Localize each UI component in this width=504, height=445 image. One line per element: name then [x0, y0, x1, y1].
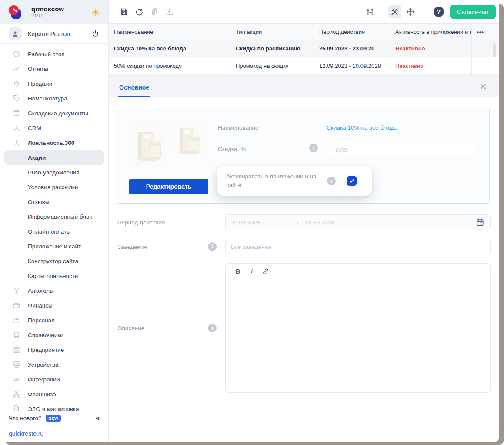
sidebar-subitem-label: Информационный блок — [28, 214, 92, 220]
user-avatar-icon — [9, 27, 22, 40]
column-settings-ellipsis-icon[interactable]: ••• — [477, 29, 484, 35]
tools-button[interactable] — [388, 5, 401, 18]
sidebar-item-finance[interactable]: Финансы — [0, 298, 108, 313]
sidebar-item-label: Складские документы — [28, 110, 88, 117]
brand-name: qrmoscow — [31, 5, 91, 13]
info-icon[interactable]: i — [208, 242, 217, 251]
sidebar-item-enterprise[interactable]: Предприятие — [0, 342, 108, 357]
sidebar-subitem-label: Приложение и сайт — [28, 243, 81, 250]
column-header-name[interactable]: Наименование — [109, 24, 230, 40]
main-area: ? Онлайн-чат Наименование Тип акции Пери… — [109, 0, 499, 442]
whats-new-link[interactable]: Что нового? — [9, 415, 41, 422]
brand-bar: qrmoscow PRO — [0, 0, 108, 24]
venues-input[interactable] — [225, 239, 491, 254]
description-editor: B I — [225, 263, 491, 393]
toolbar: ? Онлайн-чат — [109, 0, 499, 24]
sidebar-subitem-promotions[interactable]: Акции — [4, 150, 104, 165]
info-icon[interactable]: i — [327, 177, 336, 185]
sidebar-item-staff[interactable]: Персонал — [0, 313, 108, 328]
sidebar-subitem-label: Конструктор сайта — [28, 258, 78, 264]
save-icon[interactable] — [119, 7, 129, 17]
filters-icon[interactable] — [365, 7, 375, 17]
sidebar-item-label: Предприятие — [28, 347, 64, 353]
close-icon[interactable] — [478, 82, 488, 91]
online-chat-button[interactable]: Онлайн-чат — [450, 5, 496, 19]
editor-content[interactable] — [226, 279, 490, 392]
table-scrollbar[interactable] — [493, 43, 496, 57]
cell-status: Неактивно — [390, 40, 472, 57]
edit-button[interactable]: Редактировать — [129, 179, 208, 194]
info-icon[interactable]: i — [309, 144, 318, 152]
download-icon[interactable] — [165, 7, 174, 17]
discount-input[interactable] — [327, 143, 475, 157]
collapse-sidebar-icon[interactable]: « — [96, 414, 100, 422]
cell-type: Промокод на скидку — [230, 57, 314, 74]
copy-icon[interactable] — [150, 7, 159, 17]
sidebar-nav: Рабочий стол Отчеты Продажи Номенклатура… — [0, 44, 108, 411]
detail-tabbar: Основное — [109, 75, 499, 97]
whats-new-row: Что нового? NEW « — [0, 411, 108, 425]
user-name: Кирилл Рестов — [28, 30, 91, 37]
sidebar-item-label: Продажи — [28, 80, 52, 87]
checkbox-check-icon — [348, 177, 355, 184]
user-row: Кирилл Рестов — [0, 24, 108, 44]
sidebar-item-warehouse-docs[interactable]: Складские документы — [0, 106, 108, 120]
bold-icon[interactable]: B — [232, 266, 244, 277]
chevron-right-icon: › — [297, 219, 299, 226]
calendar-icon[interactable] — [475, 217, 485, 227]
sidebar-item-sales[interactable]: Продажи — [0, 76, 108, 91]
sidebar-subitem-app-and-site[interactable]: Приложение и сайт — [4, 239, 104, 254]
sidebar-item-loyalty360[interactable]: Лояльность.360 — [0, 135, 108, 150]
promotions-table: Наименование Тип акции Период действия А… — [109, 24, 499, 75]
sidebar-subitem-mailing-terms[interactable]: Условия рассылки — [4, 180, 104, 194]
sun-icon[interactable] — [91, 7, 100, 17]
power-icon[interactable] — [91, 30, 100, 38]
column-header-period[interactable]: Период действия — [314, 24, 390, 40]
info-icon[interactable]: i — [208, 324, 217, 332]
period-start: 25.09.2023 — [231, 219, 260, 226]
sidebar-subitem-loyalty-cards[interactable]: Карты лояльности — [4, 268, 104, 283]
period-label: Период действия — [117, 219, 165, 226]
link-icon[interactable] — [260, 266, 272, 277]
table-row[interactable]: 50% скидки по промокоду Промокод на скид… — [109, 57, 499, 75]
column-header-type[interactable]: Тип акции — [230, 24, 314, 40]
tab-main[interactable]: Основное — [118, 84, 150, 97]
sidebar-item-nomenclature[interactable]: Номенклатура — [0, 91, 108, 106]
quickresto-link[interactable]: quickresto.ru — [9, 430, 43, 437]
sidebar-item-integrations[interactable]: Интеграции — [0, 372, 108, 387]
refresh-icon[interactable] — [134, 7, 144, 17]
quickresto-logo — [9, 5, 22, 19]
italic-icon[interactable]: I — [246, 266, 258, 277]
sidebar-subitem-online-payments[interactable]: Онлайн-оплаты — [4, 224, 104, 239]
period-input[interactable]: 25.09.2023 › 23.09.2028 — [225, 214, 491, 230]
sidebar-item-label: Персонал — [28, 317, 55, 324]
sidebar-item-label: Справочники — [28, 332, 63, 338]
sidebar-subitem-site-builder[interactable]: Конструктор сайта — [4, 254, 104, 268]
cell-name: Скидка 10% на все блюда — [109, 40, 230, 57]
sidebar-subitem-reviews[interactable]: Отзывы — [4, 194, 104, 209]
sidebar-item-franchise[interactable]: Франшиза — [0, 387, 108, 402]
description-label: Описание — [117, 325, 144, 331]
sidebar-subitem-label: Акции — [28, 154, 46, 161]
promo-image — [129, 119, 167, 168]
promo-name-link[interactable]: Скидка 10% на все блюда — [327, 124, 397, 131]
sidebar-item-reports[interactable]: Отчеты — [0, 61, 108, 76]
sidebar-subitem-info-block[interactable]: Информационный блок — [4, 209, 104, 224]
new-badge: NEW — [46, 415, 61, 422]
column-header-activity[interactable]: Активность в приложении и н... — [390, 24, 472, 40]
sidebar-item-edo[interactable]: ЭДО и маркировка — [0, 402, 108, 411]
sidebar-item-devices[interactable]: Устройства — [0, 357, 108, 372]
sidebar-subitem-label: Онлайн-оплаты — [28, 228, 71, 235]
sidebar-subitem-push[interactable]: Push-уведомления — [4, 165, 104, 180]
sidebar-item-label: Номенклатура — [28, 95, 67, 102]
move-icon[interactable] — [406, 7, 415, 17]
sidebar-item-alcohol[interactable]: Алкоголь — [0, 283, 108, 298]
editor-toolbar: B I — [226, 264, 490, 279]
sidebar: qrmoscow PRO Кирилл Рестов Рабочий стол … — [0, 0, 109, 442]
sidebar-item-crm[interactable]: CRM — [0, 120, 108, 135]
help-icon[interactable]: ? — [434, 7, 444, 17]
sidebar-item-dashboard[interactable]: Рабочий стол — [0, 47, 108, 61]
table-row[interactable]: Скидка 10% на все блюда Скидка по распис… — [109, 40, 499, 57]
activate-checkbox[interactable] — [347, 176, 357, 186]
sidebar-item-directories[interactable]: Справочники — [0, 328, 108, 342]
